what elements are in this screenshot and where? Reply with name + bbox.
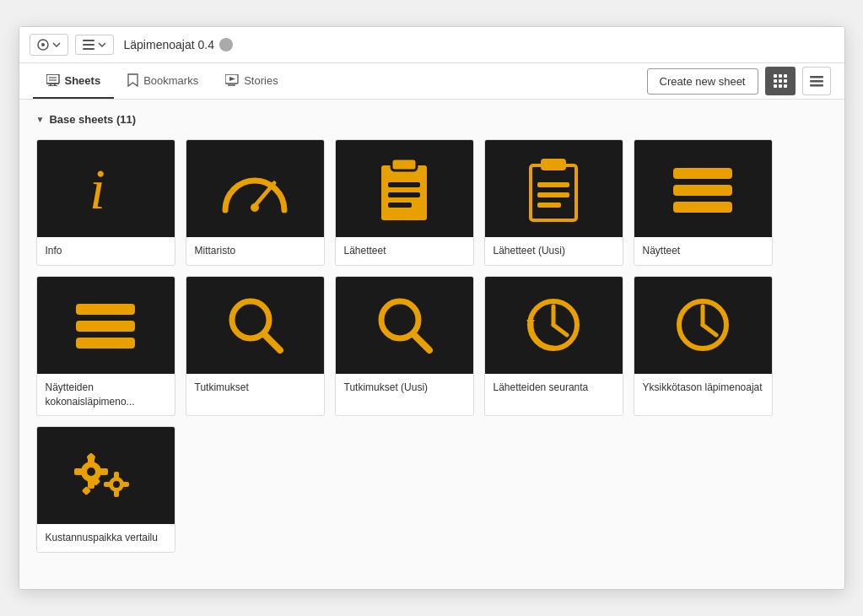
svg-rect-23 xyxy=(388,203,412,208)
svg-rect-3 xyxy=(83,44,94,46)
svg-rect-22 xyxy=(388,192,420,197)
toolbar: Läpimenoajat 0.4 xyxy=(19,27,844,63)
section-collapse-icon[interactable]: ▼ xyxy=(36,115,45,124)
sheet-thumb-kustannuspaikka xyxy=(37,427,175,524)
sheet-card-mittaristo[interactable]: Mittaristo xyxy=(186,139,325,266)
sheet-card-naytteet[interactable]: Näytteet xyxy=(634,139,773,266)
svg-line-45 xyxy=(703,325,716,335)
sheet-label-lahetteet: Lähetteet xyxy=(336,237,473,265)
sheet-card-tutkimukset-uusi[interactable]: Tutkimukset (Uusi) xyxy=(335,276,474,417)
list-icon xyxy=(83,40,94,50)
tab-bookmarks[interactable]: Bookmarks xyxy=(114,63,212,99)
sheet-card-lahetteiden-seuranta[interactable]: Lähetteiden seuranta xyxy=(484,276,623,417)
chevron-list-icon xyxy=(98,42,106,47)
svg-rect-51 xyxy=(100,468,108,475)
svg-point-18 xyxy=(251,203,259,212)
sheet-label-yksikkotason: Yksikkötason läpimenoajat xyxy=(634,374,772,402)
search-icon xyxy=(221,291,289,359)
dashboard-icon xyxy=(217,159,293,219)
svg-rect-60 xyxy=(104,482,111,487)
sheet-label-lahetteet-uusi: Lähetteet (Uusi) xyxy=(485,237,623,265)
svg-rect-30 xyxy=(673,185,732,196)
svg-line-38 xyxy=(413,334,429,350)
create-new-sheet-button[interactable]: Create new sheet xyxy=(647,68,758,95)
svg-rect-59 xyxy=(114,490,119,497)
sheet-thumb-lahetteet xyxy=(336,140,473,237)
sheet-label-mittaristo: Mittaristo xyxy=(186,237,324,265)
grid-view-button[interactable] xyxy=(765,67,796,95)
tab-sheets[interactable]: Sheets xyxy=(33,64,115,99)
sheet-label-info: Info xyxy=(37,237,175,265)
tab-bar: Sheets Bookmarks Stories Create new shee… xyxy=(19,63,844,100)
tab-stories[interactable]: Stories xyxy=(212,64,291,99)
sheet-label-naytteiden: Näytteiden kokonaisläpimeno... xyxy=(37,374,175,416)
history-icon xyxy=(520,291,587,359)
sheet-thumb-info: i xyxy=(37,140,175,237)
sheet-card-lahetteet[interactable]: Lähetteet xyxy=(335,139,474,266)
title-dot xyxy=(219,38,233,51)
svg-point-47 xyxy=(87,467,95,476)
svg-rect-31 xyxy=(673,202,732,213)
sheet-grid: i Info Mittaristo xyxy=(36,139,828,553)
svg-text:i: i xyxy=(89,159,105,219)
sheet-card-yksikkotason[interactable]: Yksikkötason läpimenoajat xyxy=(634,276,773,417)
sheet-thumb-tutkimukset xyxy=(186,277,324,374)
section-title: Base sheets (11) xyxy=(49,113,136,126)
svg-rect-34 xyxy=(76,338,135,349)
sheet-thumb-mittaristo xyxy=(186,140,324,237)
svg-rect-33 xyxy=(76,321,135,332)
list-view-icon xyxy=(810,76,823,87)
stories-tab-icon xyxy=(225,74,239,86)
title-text: Läpimenoajat 0.4 xyxy=(124,38,214,51)
sheet-label-tutkimukset-uusi: Tutkimukset (Uusi) xyxy=(336,374,473,402)
svg-rect-50 xyxy=(74,468,83,475)
svg-rect-14 xyxy=(810,76,823,78)
svg-point-1 xyxy=(41,43,45,46)
sheet-thumb-naytteiden xyxy=(37,277,175,374)
sheet-card-lahetteet-uusi[interactable]: Lähetteet (Uusi) xyxy=(484,139,623,266)
svg-rect-27 xyxy=(537,192,569,197)
sheet-card-tutkimukset[interactable]: Tutkimukset xyxy=(186,276,325,417)
sheet-thumb-lahetteiden-seuranta xyxy=(485,277,623,374)
svg-rect-5 xyxy=(46,74,59,84)
nav-button[interactable] xyxy=(30,34,68,56)
bookmarks-tab-icon xyxy=(127,73,138,87)
sheet-label-tutkimukset: Tutkimukset xyxy=(186,374,324,402)
svg-marker-12 xyxy=(229,77,235,81)
svg-rect-21 xyxy=(388,182,420,187)
svg-rect-29 xyxy=(673,168,732,179)
svg-rect-16 xyxy=(810,84,823,87)
sheet-card-info[interactable]: i Info xyxy=(36,139,175,266)
chevron-down-icon xyxy=(52,42,61,47)
svg-rect-32 xyxy=(76,304,135,315)
svg-rect-28 xyxy=(537,203,561,208)
svg-point-57 xyxy=(113,481,120,488)
sheet-label-kustannuspaikka: Kustannuspaikka vertailu xyxy=(37,524,175,552)
svg-rect-26 xyxy=(537,182,569,187)
tab-stories-label: Stories xyxy=(244,74,278,87)
sheet-thumb-yksikkotason xyxy=(634,277,772,374)
svg-rect-58 xyxy=(114,472,119,478)
tab-actions: Create new sheet xyxy=(647,67,831,95)
app-title: Läpimenoajat 0.4 xyxy=(124,38,233,51)
sheet-thumb-lahetteet-uusi xyxy=(485,140,623,237)
section-header: ▼ Base sheets (11) xyxy=(36,113,828,126)
sheet-label-naytteet: Näytteet xyxy=(634,237,772,265)
svg-line-41 xyxy=(553,325,567,335)
list-view-button[interactable] xyxy=(802,67,831,95)
clock-icon xyxy=(669,291,736,359)
sheets-tab-icon xyxy=(46,74,60,86)
svg-rect-2 xyxy=(83,40,94,41)
sheet-card-kustannuspaikka[interactable]: Kustannuspaikka vertailu xyxy=(36,426,175,553)
svg-rect-61 xyxy=(122,482,129,487)
list-button[interactable] xyxy=(75,35,114,55)
sheet-thumb-tutkimukset-uusi xyxy=(336,277,473,374)
svg-rect-20 xyxy=(391,159,417,170)
gears-icon xyxy=(67,442,143,510)
tab-bookmarks-label: Bookmarks xyxy=(143,74,198,87)
sheet-card-naytteiden[interactable]: Näytteiden kokonaisläpimeno... xyxy=(36,276,175,417)
tabs: Sheets Bookmarks Stories xyxy=(33,63,292,99)
clipboard-outline-icon xyxy=(524,155,583,223)
lines-icon xyxy=(669,159,736,219)
info-icon: i xyxy=(83,159,129,219)
